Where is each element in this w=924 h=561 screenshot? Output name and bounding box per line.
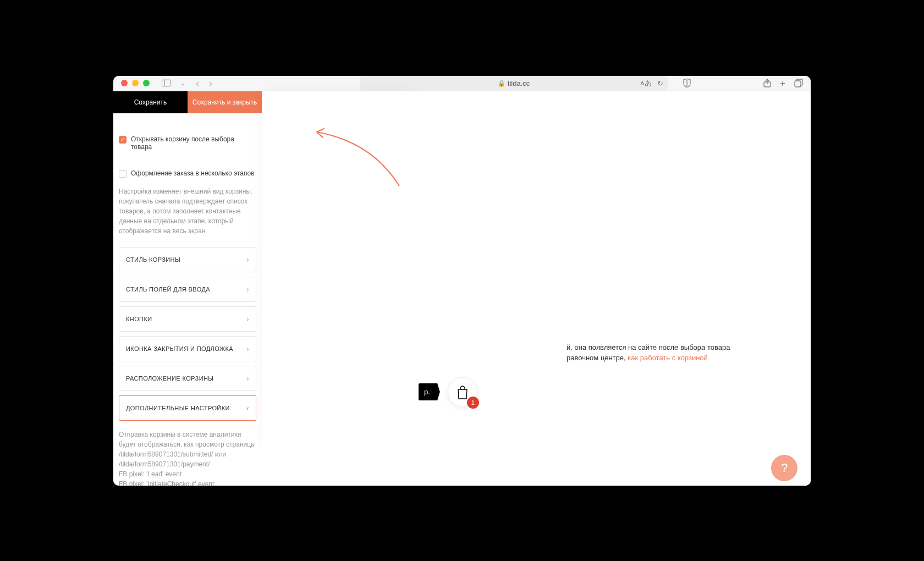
accordion-label: СТИЛЬ КОРЗИНЫ: [126, 256, 180, 263]
url-bar[interactable]: 🔒 tilda.cc ᴀあ ↻: [360, 76, 668, 91]
preview-description-text: й, она появляется на сайте после выбора …: [566, 342, 730, 364]
settings-sidebar: Сохранить Сохранить и закрыть ✓ Открыват…: [113, 91, 262, 486]
minimize-window-icon[interactable]: [132, 80, 139, 86]
page-content: Сохранить Сохранить и закрыть ✓ Открыват…: [113, 91, 811, 486]
accordion-input-style[interactable]: СТИЛЬ ПОЛЕЙ ДЛЯ ВВОДА ›: [119, 277, 256, 302]
chevron-right-icon: ›: [246, 315, 249, 323]
help-button[interactable]: ?: [771, 455, 798, 481]
cart-button[interactable]: 1: [448, 377, 477, 407]
page-preview-canvas: й, она появляется на сайте после выбора …: [262, 91, 811, 486]
browser-window: ⌄ ‹ › 🔒 tilda.cc ᴀあ ↻ +: [113, 76, 811, 486]
sidebar-actions: Сохранить Сохранить и закрыть: [113, 91, 262, 113]
svg-rect-0: [162, 80, 170, 86]
open-cart-after-select-checkbox[interactable]: ✓ Открывать корзину после выбора товара: [119, 135, 256, 151]
save-and-close-button[interactable]: Сохранить и закрыть: [188, 91, 262, 113]
accordion-cart-position[interactable]: РАСПОЛОЖЕНИЕ КОРЗИНЫ ›: [119, 366, 256, 391]
reload-icon[interactable]: ↻: [657, 79, 663, 87]
accordion-label: РАСПОЛОЖЕНИЕ КОРЗИНЫ: [126, 375, 213, 382]
sidebar-toggle-icon[interactable]: [162, 79, 170, 87]
new-tab-icon[interactable]: +: [780, 79, 785, 88]
accordion-label: СТИЛЬ ПОЛЕЙ ДЛЯ ВВОДА: [126, 286, 210, 293]
checkbox-checked-icon: ✓: [119, 136, 127, 144]
accordion-close-icon[interactable]: ИКОНКА ЗАКРЫТИЯ И ПОДЛОЖКА ›: [119, 336, 256, 361]
chevron-right-icon: ›: [246, 374, 249, 383]
checkbox-label: Оформление заказа в несколько этапов: [131, 169, 254, 177]
window-controls: [121, 80, 150, 86]
lock-icon: 🔒: [498, 80, 505, 87]
cart-count-badge: 1: [467, 397, 479, 409]
close-window-icon[interactable]: [121, 80, 128, 86]
multistep-checkout-checkbox[interactable]: Оформление заказа в несколько этапов: [119, 169, 256, 178]
maximize-window-icon[interactable]: [143, 80, 150, 86]
translate-icon[interactable]: ᴀあ: [640, 78, 652, 88]
share-icon[interactable]: [763, 79, 771, 88]
accordion-label: КНОПКИ: [126, 316, 152, 322]
accordion-cart-style[interactable]: СТИЛЬ КОРЗИНЫ ›: [119, 247, 256, 272]
back-icon[interactable]: ‹: [196, 78, 199, 89]
save-button[interactable]: Сохранить: [113, 91, 188, 113]
titlebar: ⌄ ‹ › 🔒 tilda.cc ᴀあ ↻ +: [113, 76, 811, 91]
price-tag: р.: [419, 383, 440, 400]
accordion-buttons[interactable]: КНОПКИ ›: [119, 306, 256, 332]
cart-widget-preview: р. 1: [419, 377, 477, 407]
shopping-bag-icon: [457, 385, 469, 399]
tabs-icon[interactable]: [794, 79, 803, 88]
accordion-label: ДОПОЛНИТЕЛЬНЫЕ НАСТРОЙКИ: [126, 405, 230, 411]
chevron-right-icon: ›: [246, 255, 249, 264]
url-text: tilda.cc: [508, 79, 530, 87]
chevron-down-icon[interactable]: ⌄: [178, 79, 187, 87]
chevron-right-icon: ›: [246, 344, 249, 353]
chevron-left-icon: ‹: [246, 404, 249, 413]
checkbox-unchecked-icon: [119, 170, 127, 178]
accordion-advanced-settings[interactable]: ДОПОЛНИТЕЛЬНЫЕ НАСТРОЙКИ ‹: [119, 395, 256, 421]
forward-icon[interactable]: ›: [209, 78, 212, 89]
analytics-footnote: Отправка корзины в системе аналитики буд…: [119, 430, 256, 486]
accordion-label: ИКОНКА ЗАКРЫТИЯ И ПОДЛОЖКА: [126, 345, 233, 352]
help-link[interactable]: как работать с корзиной: [628, 354, 708, 362]
shield-icon[interactable]: [683, 79, 691, 87]
svg-rect-3: [795, 81, 801, 87]
chevron-right-icon: ›: [246, 285, 249, 294]
currency-label: р.: [424, 388, 430, 396]
multistep-description: Настройка изменяет внешний вид корзины: …: [119, 186, 256, 236]
checkbox-label: Открывать корзину после выбора товара: [131, 135, 256, 151]
